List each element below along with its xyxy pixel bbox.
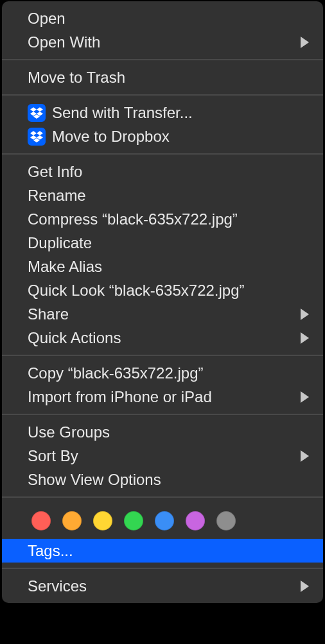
menu-item-quick-look[interactable]: Quick Look “black-635x722.jpg” <box>2 278 323 302</box>
tag-color-row <box>2 503 323 539</box>
menu-item-make-alias[interactable]: Make Alias <box>2 255 323 278</box>
menu-item-label: Send with Transfer... <box>52 104 312 122</box>
menu-separator <box>2 153 323 155</box>
dropbox-icon <box>28 128 46 146</box>
menu-item-label: Share <box>28 305 301 323</box>
menu-item-show-view-options[interactable]: Show View Options <box>2 468 323 491</box>
tag-color-red[interactable] <box>31 511 51 530</box>
chevron-right-icon <box>301 580 309 592</box>
menu-item-use-groups[interactable]: Use Groups <box>2 420 323 444</box>
menu-item-get-info[interactable]: Get Info <box>2 160 323 183</box>
menu-item-label: Compress “black-635x722.jpg” <box>28 210 312 228</box>
context-menu: Open Open With Move to Trash Send with T… <box>2 1 323 603</box>
tag-color-blue[interactable] <box>155 511 174 530</box>
menu-item-label: Services <box>28 577 301 595</box>
menu-item-label: Show View Options <box>28 471 312 489</box>
menu-item-label: Move to Dropbox <box>52 128 312 146</box>
menu-item-sort-by[interactable]: Sort By <box>2 444 323 468</box>
tag-color-yellow[interactable] <box>93 511 112 530</box>
menu-item-duplicate[interactable]: Duplicate <box>2 231 323 255</box>
menu-separator <box>2 414 323 415</box>
tag-color-purple[interactable] <box>186 511 205 530</box>
dropbox-icon <box>28 104 46 122</box>
menu-item-label: Use Groups <box>28 423 312 441</box>
menu-item-quick-actions[interactable]: Quick Actions <box>2 326 323 350</box>
menu-item-move-to-dropbox[interactable]: Move to Dropbox <box>2 124 323 148</box>
menu-item-label: Quick Actions <box>28 329 301 347</box>
menu-separator <box>2 355 323 356</box>
menu-item-rename[interactable]: Rename <box>2 183 323 207</box>
menu-item-send-with-transfer[interactable]: Send with Transfer... <box>2 101 323 124</box>
menu-item-compress[interactable]: Compress “black-635x722.jpg” <box>2 207 323 231</box>
chevron-right-icon <box>301 332 309 344</box>
menu-item-label: Quick Look “black-635x722.jpg” <box>28 282 312 300</box>
chevron-right-icon <box>301 391 309 403</box>
chevron-right-icon <box>301 37 309 48</box>
menu-item-label: Sort By <box>28 447 301 465</box>
menu-separator <box>2 59 323 60</box>
menu-item-label: Move to Trash <box>28 69 312 87</box>
chevron-right-icon <box>301 309 309 320</box>
menu-item-label: Duplicate <box>28 234 312 252</box>
menu-item-move-to-trash[interactable]: Move to Trash <box>2 65 323 89</box>
menu-item-copy[interactable]: Copy “black-635x722.jpg” <box>2 361 323 385</box>
menu-separator <box>2 94 323 96</box>
menu-item-label: Rename <box>28 187 312 205</box>
menu-item-label: Import from iPhone or iPad <box>28 388 301 406</box>
chevron-right-icon <box>301 450 309 462</box>
menu-item-label: Open With <box>28 33 301 51</box>
menu-separator <box>2 496 323 498</box>
tag-color-green[interactable] <box>124 511 143 530</box>
menu-item-open-with[interactable]: Open With <box>2 30 323 54</box>
menu-item-label: Make Alias <box>28 258 312 276</box>
tag-color-gray[interactable] <box>216 511 236 530</box>
menu-item-label: Tags... <box>28 542 312 560</box>
menu-item-label: Copy “black-635x722.jpg” <box>28 364 312 382</box>
menu-item-label: Get Info <box>28 163 312 181</box>
tag-color-orange[interactable] <box>62 511 82 530</box>
menu-item-tags[interactable]: Tags... <box>2 539 323 563</box>
menu-item-import-from-iphone[interactable]: Import from iPhone or iPad <box>2 385 323 409</box>
menu-item-services[interactable]: Services <box>2 574 323 598</box>
menu-separator <box>2 568 323 569</box>
menu-item-open[interactable]: Open <box>2 6 323 30</box>
menu-item-label: Open <box>28 10 312 28</box>
menu-item-share[interactable]: Share <box>2 302 323 326</box>
